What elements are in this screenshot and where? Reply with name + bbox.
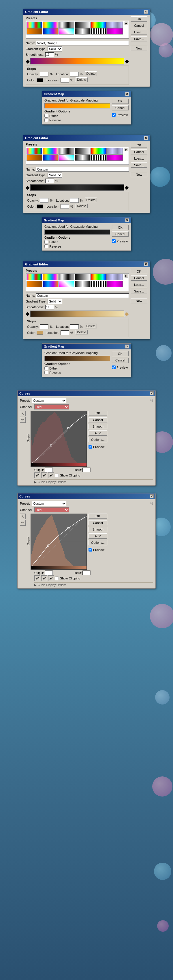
eyedropper-white-2[interactable]: 🖋 xyxy=(48,575,54,581)
dither-checkbox-3[interactable] xyxy=(45,366,48,370)
preset-item[interactable] xyxy=(27,148,42,154)
smoothness-input-2[interactable] xyxy=(45,178,54,183)
preset-item[interactable] xyxy=(59,281,75,287)
dither-checkbox[interactable] xyxy=(45,114,48,118)
options-button-c2[interactable]: Options... xyxy=(88,540,107,545)
opacity-input-2[interactable] xyxy=(40,198,48,203)
preset-item[interactable] xyxy=(43,154,59,161)
reverse-checkbox-3[interactable] xyxy=(45,371,48,374)
cancel-button-c2[interactable]: Cancel xyxy=(88,520,107,525)
smooth-button-c1[interactable]: Smooth xyxy=(88,424,107,429)
cancel-button-3[interactable]: Cancel xyxy=(131,275,147,281)
preset-item[interactable] xyxy=(91,28,107,35)
preview-checkbox-3[interactable] xyxy=(112,366,115,369)
eyedropper-gray-2[interactable]: 🖋 xyxy=(41,575,47,581)
output-input-1[interactable] xyxy=(45,468,53,472)
preset-item[interactable] xyxy=(91,148,107,154)
location-input-2[interactable] xyxy=(61,78,69,83)
channel-select-2[interactable]: Red Green Blue RGB xyxy=(34,507,69,512)
load-button-3[interactable]: Load... xyxy=(131,282,147,287)
preset-item[interactable] xyxy=(59,22,75,28)
presets-menu-arrow-3[interactable]: ▶ xyxy=(125,274,128,277)
preset-item[interactable] xyxy=(91,281,107,287)
curve-display-options-1[interactable]: ▶ Curve Display Options xyxy=(34,479,153,484)
input-input-2[interactable] xyxy=(82,571,91,575)
preset-item[interactable] xyxy=(91,274,107,280)
new-button[interactable]: New xyxy=(131,46,147,51)
options-button-c1[interactable]: Options... xyxy=(88,437,107,442)
cancel-button-c1[interactable]: Cancel xyxy=(88,417,107,422)
gradient-map-3-close-button[interactable]: ✕ xyxy=(125,345,129,348)
ok-button-gm2[interactable]: OK xyxy=(112,225,128,230)
eyedropper-black[interactable]: 🖋 xyxy=(34,473,40,478)
auto-button-c2[interactable]: Auto xyxy=(88,533,107,539)
preset-item[interactable] xyxy=(43,22,59,28)
presets-box[interactable]: ▶ xyxy=(26,21,129,38)
location-input-1[interactable] xyxy=(70,72,79,76)
preset-select-1[interactable]: Custom xyxy=(32,398,66,403)
gradient-map-bar-3[interactable] xyxy=(45,356,110,361)
show-clipping-checkbox-2[interactable] xyxy=(55,577,59,580)
curve-tool-pointer-2[interactable]: ↖ xyxy=(20,514,26,519)
curves-chart-1[interactable] xyxy=(30,410,87,467)
ok-button[interactable]: OK xyxy=(112,99,128,104)
delete-button-6[interactable]: Delete xyxy=(75,330,88,334)
curve-tool-pencil-2[interactable]: ✏ xyxy=(20,520,26,526)
gradient-editor-3-close-button[interactable]: ✕ xyxy=(144,262,148,266)
preset-item[interactable] xyxy=(75,22,91,28)
preset-item[interactable] xyxy=(27,28,42,35)
gradient-type-select-2[interactable]: Solid Noise xyxy=(48,173,62,178)
show-clipping-checkbox-1[interactable] xyxy=(55,474,59,477)
presets-box-2[interactable]: ▶ xyxy=(26,147,129,165)
color-swatch-2[interactable] xyxy=(37,204,43,208)
cancel-button-gm2[interactable]: Cancel xyxy=(112,231,128,237)
new-button-2[interactable]: New xyxy=(131,172,147,177)
preview-checkbox-c1[interactable] xyxy=(88,445,92,449)
preset-item[interactable] xyxy=(91,154,107,161)
preset-item[interactable] xyxy=(75,154,91,161)
presets-box-3[interactable]: ▶ xyxy=(26,273,129,291)
auto-button-c1[interactable]: Auto xyxy=(88,431,107,436)
presets-menu-arrow-2[interactable]: ▶ xyxy=(125,148,128,151)
curves-2-close-button[interactable]: ✕ xyxy=(150,494,154,498)
load-button[interactable]: Load... xyxy=(131,30,147,35)
gradient-left-stop[interactable]: ◆ xyxy=(26,58,30,64)
delete-button-1[interactable]: Delete xyxy=(85,71,97,76)
cancel-button-gm3[interactable]: Cancel xyxy=(112,358,128,363)
eyedropper-gray[interactable]: 🖋 xyxy=(41,473,47,478)
gradient-editor-1-close-button[interactable]: ✕ xyxy=(144,10,148,14)
preset-item[interactable] xyxy=(43,281,59,287)
preset-item[interactable] xyxy=(59,274,75,280)
preset-item[interactable] xyxy=(43,148,59,154)
preset-item[interactable] xyxy=(75,281,91,287)
gradient-type-select[interactable]: Solid Noise xyxy=(48,46,62,51)
preset-item[interactable] xyxy=(59,28,75,35)
gradient-map-1-close-button[interactable]: ✕ xyxy=(125,92,129,96)
ok-button-2[interactable]: OK xyxy=(131,143,147,148)
location-input-6[interactable] xyxy=(61,330,69,335)
preset-item[interactable] xyxy=(43,28,59,35)
delete-button-2[interactable]: Delete xyxy=(75,77,88,82)
output-input-2[interactable] xyxy=(45,571,53,575)
gradient-left-stop-2[interactable]: ◆ xyxy=(26,185,30,191)
eyedropper-black-2[interactable]: 🖋 xyxy=(34,575,40,581)
gradient-editor-2-close-button[interactable]: ✕ xyxy=(144,136,148,140)
gradient-bar-2[interactable] xyxy=(30,185,124,191)
gradient-bar[interactable] xyxy=(30,58,124,64)
preset-item[interactable] xyxy=(27,22,42,28)
location-input-3[interactable] xyxy=(70,198,79,203)
preset-item[interactable] xyxy=(59,154,75,161)
preset-item[interactable] xyxy=(107,274,123,280)
location-input-4[interactable] xyxy=(61,204,69,209)
preview-checkbox-c2[interactable] xyxy=(88,548,92,552)
cancel-button[interactable]: Cancel xyxy=(131,23,147,28)
delete-button-5[interactable]: Delete xyxy=(85,324,97,328)
gradient-left-stop-3[interactable]: ◆ xyxy=(26,310,30,317)
ok-button-gm3[interactable]: OK xyxy=(112,351,128,356)
preview-checkbox-2[interactable] xyxy=(112,239,115,243)
preset-item[interactable] xyxy=(91,22,107,28)
save-button-3[interactable]: Save... xyxy=(131,289,147,294)
gradient-map-bar-2[interactable] xyxy=(45,229,110,235)
gradient-right-stop-3[interactable]: ◆ xyxy=(125,310,129,317)
preview-checkbox[interactable] xyxy=(112,113,115,117)
